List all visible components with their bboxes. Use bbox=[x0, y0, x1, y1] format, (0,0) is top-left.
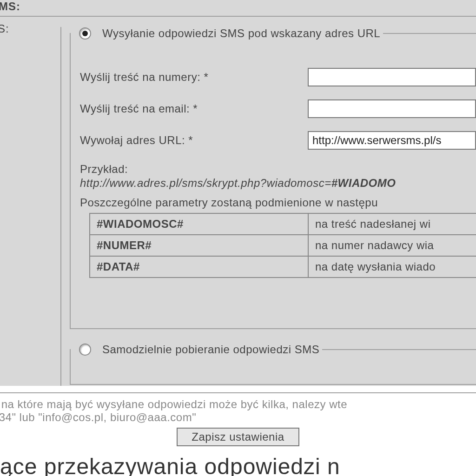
label-numbers: Wyślij treść na numery: * bbox=[80, 71, 308, 84]
params-intro: Poszczególne parametry zostaną podmienio… bbox=[80, 196, 476, 209]
vertical-divider bbox=[60, 27, 61, 386]
settings-panel: SMS: S: Wysyłanie odpowiedzi SMS pod wsk… bbox=[0, 0, 476, 386]
group-self-fetch-legend[interactable]: Samodzielnie pobieranie odpowiedzi SMS bbox=[71, 343, 322, 356]
table-row: #DATA# na datę wysłania wiado bbox=[90, 256, 476, 278]
group-self-fetch: Samodzielnie pobieranie odpowiedzi SMS bbox=[70, 343, 476, 385]
save-row: Zapisz ustawienia bbox=[0, 428, 476, 446]
input-url[interactable] bbox=[308, 131, 476, 150]
input-email[interactable] bbox=[308, 99, 476, 118]
footnote-line2: 3334" lub "info@cos.pl, biuro@aaa.com" bbox=[0, 411, 476, 424]
table-row: #WIADOMOSC# na treść nadesłanej wi bbox=[90, 213, 476, 235]
example-label: Przykład: bbox=[80, 163, 476, 176]
row-numbers: Wyślij treść na numery: * bbox=[80, 68, 476, 86]
example-url: http://www.adres.pl/sms/skrypt.php?wiado… bbox=[80, 177, 476, 190]
row-email: Wyślij treść na email: * bbox=[80, 99, 476, 118]
form-area: Wysyłanie odpowiedzi SMS pod wskazany ad… bbox=[70, 27, 476, 386]
table-row: #NUMER# na numer nadawcy wia bbox=[90, 235, 476, 256]
group-send-under-url-label: Wysyłanie odpowiedzi SMS pod wskazany ad… bbox=[102, 27, 380, 40]
footer-heading: czące przekazywania odpowiedzi n bbox=[0, 454, 476, 476]
footnote: ail na które mają być wysyłane odpowiedz… bbox=[0, 393, 476, 424]
example-url-bold: #WIADOMO bbox=[331, 177, 396, 189]
group-self-fetch-label: Samodzielnie pobieranie odpowiedzi SMS bbox=[102, 343, 319, 356]
input-numbers[interactable] bbox=[308, 68, 476, 86]
param-key: #DATA# bbox=[90, 256, 308, 278]
footnote-line1: ail na które mają być wysyłane odpowiedz… bbox=[0, 398, 476, 411]
params-table: #WIADOMOSC# na treść nadesłanej wi #NUME… bbox=[89, 213, 476, 278]
divider bbox=[0, 16, 476, 17]
example-url-plain: http://www.adres.pl/sms/skrypt.php?wiado… bbox=[80, 177, 331, 189]
param-key: #NUMER# bbox=[90, 235, 308, 256]
param-desc: na datę wysłania wiado bbox=[308, 256, 476, 278]
radio-self-fetch[interactable] bbox=[79, 344, 91, 356]
param-desc: na treść nadesłanej wi bbox=[308, 213, 476, 235]
param-key: #WIADOMOSC# bbox=[90, 213, 308, 235]
group-send-under-url-legend[interactable]: Wysyłanie odpowiedzi SMS pod wskazany ad… bbox=[71, 27, 383, 40]
section-header: SMS: bbox=[0, 0, 476, 16]
form-body: Wyślij treść na numery: * Wyślij treść n… bbox=[71, 40, 476, 150]
side-label: S: bbox=[0, 22, 9, 35]
row-url: Wywołaj adres URL: * bbox=[80, 131, 476, 150]
radio-send-url[interactable] bbox=[79, 27, 91, 40]
param-desc: na numer nadawcy wia bbox=[308, 235, 476, 256]
label-email: Wyślij treść na email: * bbox=[80, 102, 308, 115]
label-url: Wywołaj adres URL: * bbox=[80, 134, 308, 147]
save-button[interactable]: Zapisz ustawienia bbox=[177, 428, 299, 446]
group-send-under-url: Wysyłanie odpowiedzi SMS pod wskazany ad… bbox=[70, 27, 476, 329]
